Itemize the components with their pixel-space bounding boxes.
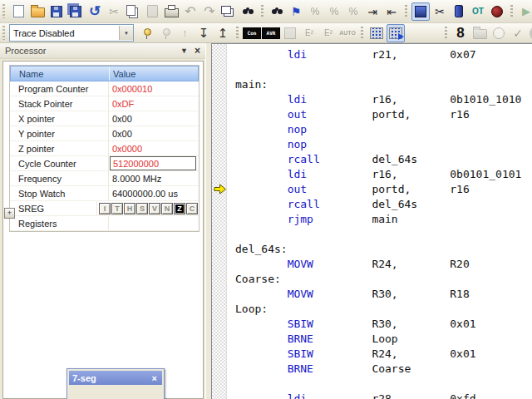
sreg-flag-I[interactable]: I [99, 203, 111, 214]
row-name: Frequency [10, 171, 109, 185]
seven-seg-body [69, 385, 162, 399]
seven-seg-plugin-icon[interactable]: 8 [451, 24, 470, 42]
registers-expand-button[interactable]: + [4, 208, 15, 219]
processor-row-cycle-counter[interactable]: Cycle Counter512000000 [10, 156, 199, 171]
debug-toolbar-icons: ↑↧↥ConAVRE²E²AUTO8✓ [137, 24, 532, 42]
processor-panel-body: Name Value Program Counter0x000010Stack … [2, 61, 204, 399]
find-in-files-icon[interactable] [239, 2, 257, 21]
undo-icon[interactable]: ↶ [181, 2, 200, 21]
code-line: out portd, r16 [235, 108, 470, 121]
stopwatch-icon[interactable] [490, 24, 508, 42]
close-icon[interactable]: × [150, 373, 159, 383]
sreg-flag-Z[interactable]: Z [174, 203, 185, 214]
code-editor[interactable]: ldi r21, 0x07 main: ldi r16, 0b1010_1010… [211, 43, 532, 399]
cascade-windows-icon[interactable] [219, 2, 238, 21]
console-icon[interactable]: Con [243, 24, 261, 42]
next-bookmark-icon[interactable]: % [306, 2, 324, 21]
print-icon[interactable] [162, 2, 180, 21]
processor-row-z-pointer[interactable]: Z pointer0x0000 [10, 141, 199, 156]
panel-menu-button[interactable]: ▼ [180, 47, 188, 55]
sreg-flag-N[interactable]: N [161, 203, 173, 214]
toolbar-separator [510, 5, 513, 17]
code-line: ldi r16, 0b0101_0101 [235, 168, 521, 180]
outdent-icon[interactable]: ⇤ [382, 2, 401, 21]
avr-studio-window: { "glyphs": {"down_arrow":"▼","menu_down… [0, 0, 532, 399]
sreg-flag-S[interactable]: S [136, 203, 148, 214]
row-value: 8.0000 MHz [109, 174, 199, 184]
cycle-counter-input[interactable]: 512000000 [110, 156, 196, 170]
processor-panel-header[interactable]: Processor ▼ × [0, 43, 205, 59]
column-header-name[interactable]: Name [11, 66, 110, 81]
trace-mode-select[interactable]: Trace Disabled ▼ [9, 24, 134, 42]
code-line: BRNE Loop [235, 332, 450, 345]
auto-icon[interactable]: AUTO [338, 24, 357, 42]
find-icon[interactable] [268, 2, 286, 21]
toolbar-separator [261, 5, 264, 17]
processor-row-frequency[interactable]: Frequency8.0000 MHz [10, 171, 199, 186]
remove-breakpoints-icon[interactable] [156, 24, 175, 42]
code-line: nop [235, 123, 450, 135]
column-header-value[interactable]: Value [110, 69, 198, 79]
bookmark-flag-icon[interactable]: ⚑ [287, 2, 305, 21]
open-file-icon[interactable] [28, 2, 47, 21]
sreg-flag-T[interactable]: T [111, 203, 123, 214]
run-icon[interactable]: ▶ [517, 2, 532, 21]
row-value[interactable]: 512000000 [109, 156, 199, 170]
row-value: 0x000010 [109, 84, 199, 94]
open-project-icon[interactable] [470, 24, 489, 42]
processor-row-registers[interactable]: Registers [10, 216, 199, 231]
processor-row-stack-pointer[interactable]: Stack Pointer0xDF [10, 96, 199, 111]
eeprom-upload-icon[interactable]: E² [300, 24, 318, 42]
memory-view-icon[interactable] [367, 24, 386, 42]
ot-logo-icon[interactable]: OT [469, 2, 487, 21]
trace-point-icon[interactable]: ↑ [175, 24, 194, 42]
save-icon[interactable] [47, 2, 66, 21]
processor-table-header[interactable]: Name Value [10, 66, 199, 81]
chevron-down-icon[interactable]: ▼ [119, 26, 133, 40]
cut-icon[interactable]: ✂ [105, 2, 123, 21]
processor-row-x-pointer[interactable]: X pointer0x00 [10, 111, 199, 126]
code-line: main: [235, 78, 288, 91]
power-icon[interactable] [528, 24, 532, 42]
target-device-icon[interactable] [488, 2, 506, 21]
battery-icon[interactable] [450, 2, 468, 21]
processor-row-sreg[interactable]: SREGITHSVNZC [10, 201, 199, 216]
row-name: Stack Pointer [10, 96, 109, 111]
sreg-flag-V[interactable]: V [149, 203, 160, 214]
simulator-start-icon[interactable] [387, 24, 405, 42]
reload-icon[interactable]: ↺ [86, 2, 104, 21]
indent-icon[interactable]: ⇥ [363, 2, 382, 21]
seven-seg-title: 7-seg [72, 373, 150, 383]
toolbar-grip[interactable] [2, 26, 5, 40]
paste-icon[interactable] [143, 2, 161, 21]
processor-row-stop-watch[interactable]: Stop Watch64000000.00 us [10, 186, 199, 201]
main-toolbar-icons: ↺✂↶↷⚑%%%⇥⇤✂OT▶■ [9, 2, 532, 21]
save-all-icon[interactable] [66, 2, 85, 21]
clear-bookmarks-icon[interactable]: % [344, 2, 362, 21]
new-file-icon[interactable] [9, 2, 27, 21]
step-out-icon[interactable]: ↥ [214, 24, 232, 42]
avr-chip-icon[interactable] [411, 2, 430, 21]
toggle-breakpoint-icon[interactable] [137, 24, 155, 42]
seven-seg-titlebar[interactable]: 7-seg × [69, 371, 162, 385]
processor-row-y-pointer[interactable]: Y pointer0x00 [10, 126, 199, 141]
code-line: BRNE Coarse [235, 362, 450, 375]
redo-icon[interactable]: ↷ [200, 2, 219, 21]
sreg-flag-C[interactable]: C [186, 203, 198, 214]
verify-icon[interactable]: ✓ [509, 24, 527, 42]
panel-close-button[interactable]: × [195, 47, 200, 55]
trace-scissors-icon[interactable]: ✂ [431, 2, 449, 21]
copy-icon[interactable] [124, 2, 142, 21]
device-chip-icon[interactable] [281, 24, 299, 42]
run-to-cursor-icon[interactable]: ↧ [195, 24, 213, 42]
prev-bookmark-icon[interactable]: % [325, 2, 343, 21]
toolbar-grip[interactable] [2, 4, 5, 18]
eeprom-download-icon[interactable]: E² [319, 24, 337, 42]
sreg-flag-H[interactable]: H [124, 203, 135, 214]
seven-seg-window[interactable]: 7-seg × [66, 368, 165, 399]
avr-output-icon[interactable]: AVR [262, 24, 280, 42]
processor-row-program-counter[interactable]: Program Counter0x000010 [10, 81, 199, 96]
code-listing[interactable]: ldi r21, 0x07 main: ldi r16, 0b1010_1010… [212, 44, 532, 399]
editor-gutter[interactable] [212, 44, 227, 399]
trace-mode-value: Trace Disabled [10, 28, 119, 38]
